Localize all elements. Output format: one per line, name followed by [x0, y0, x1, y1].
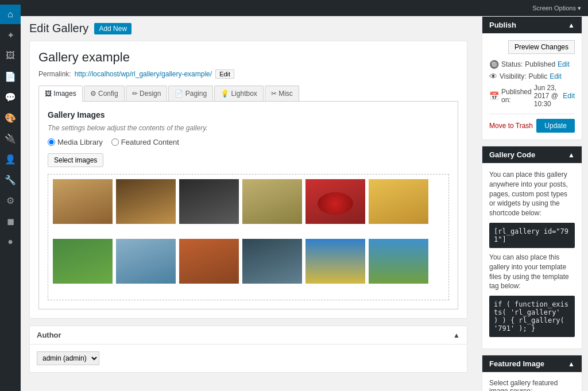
sidebar-icon-comments[interactable]: 💬	[0, 87, 21, 107]
image-thumb-4[interactable]	[242, 179, 302, 224]
status-row: 🔘 Status: Published Edit	[489, 60, 575, 69]
gallery-code-desc1: You can place this gallery anywhere into…	[489, 170, 575, 218]
image-thumb-11[interactable]	[305, 239, 365, 284]
image-thumb-1[interactable]	[53, 179, 113, 224]
featured-image-header: Featured Image ▲	[482, 355, 582, 372]
tab-lightbox[interactable]: 💡 Lightbox	[214, 86, 264, 101]
add-new-button[interactable]: Add New	[94, 23, 131, 34]
sidebar-icon-dashboard[interactable]: ⌂	[0, 5, 21, 24]
screen-options-button[interactable]: Screen Options ▾	[532, 5, 581, 12]
publish-actions: Preview Changes	[489, 40, 575, 54]
sidebar-icon-posts[interactable]: ✦	[0, 25, 21, 45]
published-value: Jun 23, 2017 @ 10:30	[534, 84, 561, 108]
image-thumb-6[interactable]	[369, 179, 428, 224]
sidebar-panel: Publish ▲ Preview Changes 🔘 Status: Publ…	[476, 16, 588, 391]
image-thumb-2[interactable]	[116, 179, 176, 224]
calendar-icon: 📅	[489, 91, 499, 100]
permalink-edit-button[interactable]: Edit	[215, 69, 234, 79]
admin-sidebar: ⌂ ✦ 🖼 📄 💬 🎨 🔌 👤 🔧 ⚙ ◼ ●	[0, 0, 21, 391]
visibility-value: Public	[528, 72, 547, 80]
author-box: Author ▲ admin (admin)	[29, 326, 467, 373]
featured-image-desc: Select gallery featured image source:	[489, 379, 575, 391]
author-box-header[interactable]: Author ▲	[30, 326, 467, 344]
sidebar-icon-pages[interactable]: 📄	[0, 67, 21, 86]
source-radio-group: Media Library Featured Content	[48, 138, 449, 146]
visibility-edit-link[interactable]: Edit	[550, 72, 562, 80]
tab-images[interactable]: 🖼 Images	[38, 86, 83, 102]
publish-box-body: Preview Changes 🔘 Status: Published Edit…	[482, 33, 582, 140]
visibility-icon: 👁	[489, 72, 497, 81]
sidebar-icon-users[interactable]: 👤	[0, 149, 21, 169]
move-to-trash-link[interactable]: Move to Trash	[489, 122, 533, 130]
sidebar-icon-misc1[interactable]: ●	[0, 232, 21, 251]
gallery-code-title: Gallery Code	[489, 150, 535, 159]
template-code-box[interactable]: if ( function_exists( 'rl_gallery' ) ) {…	[489, 296, 575, 337]
gallery-code-collapse: ▲	[568, 151, 575, 159]
image-thumb-5[interactable]	[305, 179, 365, 224]
image-grid	[48, 174, 449, 300]
tab-config[interactable]: ⚙ Config	[84, 86, 125, 101]
gallery-code-box: Gallery Code ▲ You can place this galler…	[482, 146, 582, 349]
image-thumb-12[interactable]	[369, 239, 428, 284]
publish-footer: Move to Trash Update	[489, 114, 575, 133]
gallery-code-body: You can place this gallery anywhere into…	[482, 163, 582, 349]
author-box-title: Author	[37, 331, 61, 339]
featured-image-collapse: ▲	[568, 360, 575, 368]
radio-media-library[interactable]: Media Library	[48, 138, 103, 146]
featured-image-title: Featured Image	[489, 359, 544, 368]
gallery-title: Gallery example	[38, 50, 458, 65]
tab-paging[interactable]: 📄 Paging	[168, 86, 213, 101]
gallery-images-title: Gallery Images	[48, 110, 449, 119]
gallery-images-desc: The settings below adjust the contents o…	[48, 124, 449, 132]
page-header: Edit Gallery Add New	[29, 22, 467, 35]
gallery-code-desc2: You can also place this gallery into you…	[489, 253, 575, 291]
image-thumb-3[interactable]	[179, 179, 239, 224]
featured-image-body: Select gallery featured image source: Fi…	[482, 372, 582, 391]
main-content: Edit Gallery Add New Gallery example Per…	[21, 16, 476, 391]
post-box: Gallery example Permalink: http://localh…	[29, 41, 467, 319]
published-row: 📅 Published on: Jun 23, 2017 @ 10:30 Edi…	[489, 84, 575, 108]
featured-image-box: Featured Image ▲ Select gallery featured…	[482, 355, 582, 391]
sidebar-icon-media[interactable]: 🖼	[0, 46, 21, 65]
publish-title: Publish	[489, 21, 516, 29]
visibility-row: 👁 Visibility: Public Edit	[489, 72, 575, 81]
permalink-url[interactable]: http://localhost/wp/rl_gallery/gallery-e…	[75, 70, 212, 78]
sidebar-icon-settings[interactable]: ⚙	[0, 191, 21, 210]
select-images-button[interactable]: Select images	[48, 153, 103, 167]
author-box-body: admin (admin)	[30, 344, 467, 372]
image-thumb-9[interactable]	[179, 239, 239, 284]
status-label: Status:	[501, 60, 523, 68]
author-collapse-arrow: ▲	[453, 331, 460, 339]
sidebar-icon-appearance[interactable]: 🎨	[0, 108, 21, 127]
published-label: Published on:	[501, 88, 532, 104]
radio-featured-content[interactable]: Featured Content	[111, 138, 179, 146]
shortcode-box[interactable]: [rl_gallery id="791"]	[489, 223, 575, 248]
tab-content-images: Gallery Images The settings below adjust…	[38, 102, 458, 309]
permalink: Permalink: http://localhost/wp/rl_galler…	[38, 69, 458, 79]
image-thumb-7[interactable]	[53, 239, 113, 284]
tab-misc[interactable]: ✂ Misc	[265, 86, 299, 101]
status-edit-link[interactable]: Edit	[558, 60, 570, 68]
status-icon: 🔘	[489, 60, 499, 69]
image-thumb-8[interactable]	[116, 239, 176, 284]
sidebar-icon-gallery[interactable]: ◼	[0, 211, 21, 231]
update-button[interactable]: Update	[536, 119, 575, 133]
status-value: Published	[525, 60, 555, 68]
publish-box: Publish ▲ Preview Changes 🔘 Status: Publ…	[482, 16, 582, 140]
gallery-code-header: Gallery Code ▲	[482, 146, 582, 163]
page-title: Edit Gallery	[29, 22, 88, 35]
publish-collapse-arrow: ▲	[568, 21, 575, 29]
preview-changes-button[interactable]: Preview Changes	[508, 40, 575, 54]
author-select-group: admin (admin)	[37, 351, 460, 365]
tab-design[interactable]: ✏ Design	[126, 86, 168, 101]
tab-bar: 🖼 Images ⚙ Config ✏ Design 📄 Paging 💡 Li…	[38, 86, 458, 102]
permalink-label: Permalink:	[38, 70, 71, 78]
sidebar-icon-tools[interactable]: 🔧	[0, 170, 21, 189]
top-bar: Screen Options ▾	[21, 0, 588, 16]
publish-box-header: Publish ▲	[482, 17, 582, 33]
sidebar-icon-plugins[interactable]: 🔌	[0, 129, 21, 148]
published-edit-link[interactable]: Edit	[563, 92, 575, 100]
visibility-label: Visibility:	[500, 72, 526, 80]
author-select-dropdown[interactable]: admin (admin)	[37, 351, 99, 365]
image-thumb-10[interactable]	[242, 239, 302, 284]
